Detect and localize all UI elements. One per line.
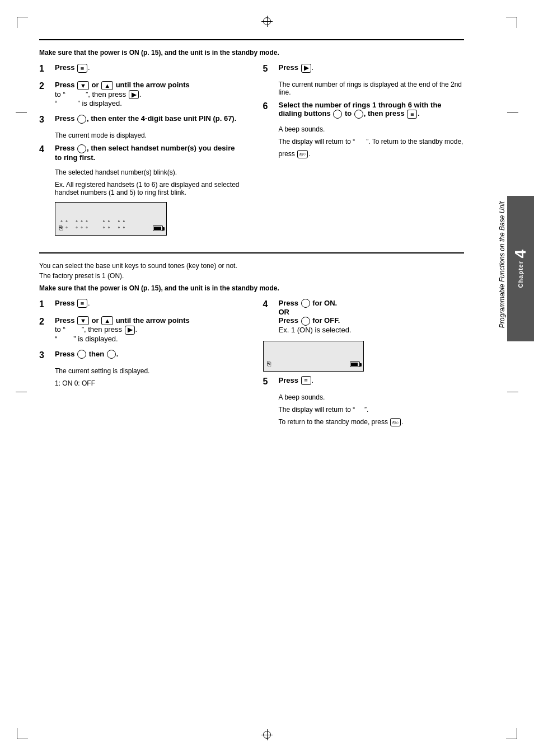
step6-menu-btn: ≡ <box>407 110 417 119</box>
side-mark-left-mid <box>16 392 27 392</box>
step6-special-btn: ⎋○ <box>297 150 308 158</box>
s2-step4-num: 4 <box>263 299 279 309</box>
s2-step2-up-btn: ▲ <box>101 316 113 325</box>
step1: 1 Press ≡. <box>39 63 241 74</box>
step2-right-btn: ▶ <box>129 90 139 99</box>
step5-note: The current number of rings is displayed… <box>279 81 465 96</box>
step6-btn1 <box>333 110 342 119</box>
s2-step3-num: 3 <box>39 350 55 360</box>
s2-step1-menu-btn: ≡ <box>77 299 87 308</box>
section1-two-col: 1 Press ≡. 2 Press ▼ or ▲ until the arro… <box>39 63 464 241</box>
s2-step2-right-btn: ▶ <box>125 326 135 335</box>
section-divider-mid <box>39 252 464 253</box>
step3-content: Press , then enter the 4-digit base unit… <box>55 114 241 124</box>
section1-col-right: 5 Press ▶. The current number of rings i… <box>263 63 465 241</box>
corner-mark-tr <box>506 17 517 28</box>
section2-intro2: The factory preset is 1 (ON). <box>39 272 464 280</box>
s2-step2-num: 2 <box>39 316 55 327</box>
step5-num: 5 <box>263 63 279 74</box>
section2-col-left: 1 Press ≡. 2 Press ▼ or ▲ until the arro… <box>39 299 241 431</box>
s2-step3: 3 Press then . <box>39 350 241 360</box>
corner-mark-tl <box>17 17 28 28</box>
step6-btn2 <box>354 110 363 119</box>
step1-text: Press <box>55 63 74 72</box>
chapter-tab: 4 Chapter <box>507 196 534 341</box>
side-mark-left-top <box>16 112 27 112</box>
s2-step3-btn1 <box>77 350 86 359</box>
section2-prereq: Make sure that the power is ON (p. 15), … <box>39 284 464 292</box>
lcd-screen-step4: ˚˚ ˚˚˚ ˚˚ ˚˚ ˚˚ ˚˚˚ ˚˚ ˚˚ ⎘ <box>55 202 167 236</box>
lcd-screen-s2-step4: ⎘ <box>263 341 364 372</box>
s2-step1: 1 Press ≡. <box>39 299 241 309</box>
step5: 5 Press ▶. <box>263 63 465 74</box>
s2-step5-num: 5 <box>263 376 279 387</box>
center-cross-bottom <box>261 729 273 740</box>
center-cross-top <box>261 16 273 27</box>
step5-label: Press <box>279 63 298 72</box>
s2-step3-setting: 1: ON 0: OFF <box>55 379 241 387</box>
step6-content: Select the number of rings 1 through 6 w… <box>279 101 465 119</box>
s2-step1-text: Press <box>55 299 74 307</box>
step5-content: Press ▶. <box>279 63 465 73</box>
s2-step4-off-btn <box>301 317 310 326</box>
s2-step5-special-btn: ⎋○ <box>390 418 401 426</box>
chapter-number: 4 <box>512 250 530 259</box>
step2-num: 2 <box>39 81 55 91</box>
s2-step5-standby: To return to the standby mode, press ⎋○. <box>279 418 465 426</box>
sidebar-rotated-text: Programmable Functions on the Base Unit <box>498 201 506 328</box>
lcd-row2: ˚˚ ˚˚˚ ˚˚ ˚˚ <box>60 227 162 233</box>
s2-step2-down-btn: ▼ <box>77 316 89 325</box>
step4-content: Press , then select handset number(s) yo… <box>55 144 241 162</box>
step4-num: 4 <box>39 144 55 154</box>
step2-up-btn: ▲ <box>101 81 113 90</box>
s2-step2: 2 Press ▼ or ▲ until the arrow points to… <box>39 316 241 343</box>
s2-step5-menu-btn: ≡ <box>301 376 311 385</box>
step2-content: Press ▼ or ▲ until the arrow points to “… <box>55 81 241 107</box>
step1-num: 1 <box>39 63 55 74</box>
s2-step5: 5 Press ≡. <box>263 376 465 387</box>
step6-num: 6 <box>263 101 279 111</box>
corner-mark-bl <box>17 728 28 739</box>
lcd-antenna: ⎘ <box>59 224 63 232</box>
section2-col-right: 4 Press for ON. OR Press for OFF. Ex. 1 … <box>263 299 465 431</box>
s2-step1-content: Press ≡. <box>55 299 241 308</box>
lcd-battery-icon <box>153 224 163 232</box>
content-area: Make sure that the power is ON (p. 15), … <box>39 39 464 431</box>
step4-note1: The selected handset number(s) blink(s). <box>55 168 241 176</box>
step1-menu-btn: ≡ <box>77 64 87 73</box>
s2-step5-beep: A beep sounds. <box>279 393 465 401</box>
section1-prereq: Make sure that the power is ON (p. 15), … <box>39 49 464 57</box>
step6-display: The display will return to “ ”. To retur… <box>279 138 465 145</box>
step5-right-btn: ▶ <box>301 64 311 73</box>
step4-note2: Ex. All registered handsets (1 to 6) are… <box>55 181 241 196</box>
lcd-s2-battery <box>350 360 360 368</box>
step4: 4 Press , then select handset number(s) … <box>39 144 241 162</box>
s2-step3-btn2 <box>107 350 116 359</box>
lcd-row1: ˚˚ ˚˚˚ ˚˚ ˚˚ <box>60 220 162 227</box>
step3-btn <box>77 115 86 124</box>
step4-btn <box>77 144 86 153</box>
step3-note: The current mode is displayed. <box>55 132 241 139</box>
section-divider-top <box>39 39 464 40</box>
s2-step1-num: 1 <box>39 299 55 309</box>
side-mark-right-mid <box>507 392 518 392</box>
section2-intro1: You can select the base unit keys to sou… <box>39 262 464 270</box>
side-mark-right-top <box>507 112 518 112</box>
step6-press: press ⎋○. <box>279 150 465 158</box>
s2-step5-text: Press <box>279 376 298 384</box>
lcd-s2-antenna: ⎘ <box>267 360 271 368</box>
step6-beep: A beep sounds. <box>279 125 465 133</box>
section1-col-left: 1 Press ≡. 2 Press ▼ or ▲ until the arro… <box>39 63 241 241</box>
s2-step5-display: The display will return to “ ”. <box>279 406 465 414</box>
s2-step4: 4 Press for ON. OR Press for OFF. Ex. 1 … <box>263 299 465 334</box>
corner-mark-br <box>506 728 517 739</box>
step1-content: Press ≡. <box>55 63 241 73</box>
step3: 3 Press , then enter the 4-digit base un… <box>39 114 241 125</box>
section2-two-col: 1 Press ≡. 2 Press ▼ or ▲ until the arro… <box>39 299 464 431</box>
s2-step2-content: Press ▼ or ▲ until the arrow points to “… <box>55 316 241 343</box>
step2: 2 Press ▼ or ▲ until the arrow points to… <box>39 81 241 107</box>
step3-num: 3 <box>39 114 55 125</box>
s2-step4-content: Press for ON. OR Press for OFF. Ex. 1 (O… <box>279 299 465 334</box>
s2-step4-on-btn <box>301 299 310 308</box>
s2-step3-content: Press then . <box>55 350 241 359</box>
